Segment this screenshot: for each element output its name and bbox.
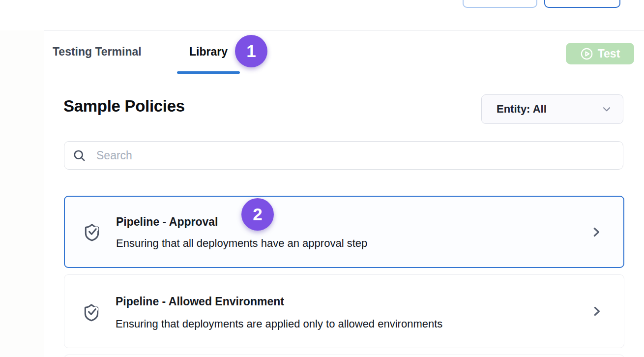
discard-button[interactable]: Discard (544, 0, 620, 8)
page-title: Sample Policies (63, 97, 185, 116)
step-annotation-1: 1 (235, 35, 267, 67)
discard-button-label: Discard (562, 0, 602, 2)
top-action-bar: Save Discard (0, 0, 644, 31)
chevron-down-icon (600, 103, 613, 116)
save-button[interactable]: Save (463, 0, 537, 8)
entity-filter-dropdown[interactable]: Entity: All (481, 94, 623, 124)
plus-icon (480, 0, 490, 1)
play-circle-icon (580, 47, 593, 60)
search-icon (72, 149, 87, 163)
entity-filter-value: Entity: All (497, 103, 547, 116)
left-rail (0, 30, 44, 357)
step-annotation-2: 2 (241, 198, 274, 231)
shield-check-icon (83, 221, 101, 244)
policy-title: Pipeline - Approval (116, 215, 218, 229)
shield-check-icon (82, 301, 101, 324)
search-box (64, 141, 623, 170)
chevron-right-icon (589, 225, 604, 239)
chevron-right-icon (589, 304, 604, 319)
policy-card-partial[interactable] (64, 355, 624, 357)
policy-library-screen: Save Discard Testing Terminal Library 1 … (0, 0, 644, 357)
policy-title: Pipeline - Allowed Environment (116, 295, 284, 308)
test-button[interactable]: Test (566, 43, 634, 64)
tab-library[interactable]: Library (177, 45, 240, 59)
policy-description: Ensuring that all deployments have an ap… (116, 237, 367, 250)
tab-testing-terminal[interactable]: Testing Terminal (53, 45, 142, 59)
active-tab-underline (177, 71, 240, 74)
search-input[interactable] (95, 149, 615, 163)
policy-card-pipeline-approval[interactable]: Pipeline - Approval Ensuring that all de… (64, 196, 624, 268)
save-button-label: Save (495, 0, 520, 2)
policy-description: Ensuring that deployments are applied on… (116, 318, 442, 330)
policy-card-pipeline-allowed-environment[interactable]: Pipeline - Allowed Environment Ensuring … (64, 274, 624, 348)
test-button-label: Test (598, 47, 620, 60)
